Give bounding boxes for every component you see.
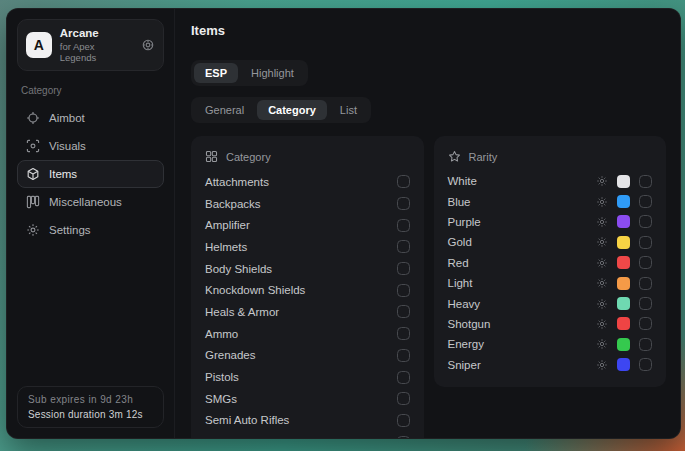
app-logo: A (26, 32, 52, 58)
rarity-row: Sniper (448, 355, 653, 375)
sidebar-section-label: Category (21, 85, 160, 96)
checkbox[interactable] (397, 219, 410, 232)
checkbox[interactable] (397, 262, 410, 275)
category-row: Ammo (205, 323, 410, 345)
gear-icon[interactable] (596, 257, 608, 269)
rarity-row: Red (448, 253, 653, 273)
checkbox[interactable] (639, 297, 652, 310)
sidebar-item-miscellaneous[interactable]: Miscellaneous (17, 188, 164, 216)
checkbox[interactable] (397, 371, 410, 384)
color-swatch[interactable] (617, 175, 630, 188)
category-row-label: Attachments (205, 176, 269, 188)
tab-list[interactable]: List (329, 100, 368, 120)
sidebar-item-items[interactable]: Items (17, 160, 164, 188)
tab-esp[interactable]: ESP (194, 63, 238, 83)
gear-icon[interactable] (596, 277, 608, 289)
columns-icon (26, 195, 40, 209)
cube-icon (26, 167, 40, 181)
color-swatch[interactable] (617, 358, 630, 371)
category-row-label: Semi Auto Rifles (205, 414, 289, 426)
checkbox[interactable] (639, 215, 652, 228)
checkbox[interactable] (639, 236, 652, 249)
checkbox[interactable] (397, 175, 410, 188)
category-row-label: Heals & Armor (205, 306, 279, 318)
gear-icon[interactable] (596, 196, 608, 208)
rarity-row-label: White (448, 175, 588, 187)
checkbox[interactable] (639, 358, 652, 371)
rarity-row: White (448, 171, 653, 191)
category-row-label: Helmets (205, 241, 247, 253)
rarity-panel-header: Rarity (448, 144, 653, 171)
gear-icon[interactable] (596, 298, 608, 310)
sidebar-item-visuals[interactable]: Visuals (17, 132, 164, 160)
sidebar: A Arcane for Apex Legends Category Aimbo… (7, 9, 175, 438)
category-row-label: SMGs (205, 393, 237, 405)
tab-general[interactable]: General (194, 100, 255, 120)
brand-text: Arcane for Apex Legends (60, 27, 133, 63)
color-swatch[interactable] (617, 317, 630, 330)
subscription-card: Sub expires in 9d 23h Session duration 3… (17, 386, 164, 428)
app-name: Arcane (60, 27, 133, 39)
checkbox[interactable] (639, 338, 652, 351)
checkbox[interactable] (397, 305, 410, 318)
rarity-row-label: Sniper (448, 359, 588, 371)
category-row: Knockdown Shields (205, 279, 410, 301)
app-window: A Arcane for Apex Legends Category Aimbo… (6, 8, 681, 439)
color-swatch[interactable] (617, 338, 630, 351)
color-swatch[interactable] (617, 297, 630, 310)
checkbox[interactable] (397, 284, 410, 297)
category-row: Body Shields (205, 258, 410, 280)
category-row-label: Pistols (205, 371, 239, 383)
rarity-row-label: Light (448, 277, 588, 289)
gear-icon (26, 223, 40, 237)
checkbox[interactable] (639, 256, 652, 269)
rarity-row-label: Red (448, 257, 588, 269)
checkbox[interactable] (397, 414, 410, 427)
rarity-row: Heavy (448, 293, 653, 313)
category-row: Grenades (205, 345, 410, 367)
gear-icon[interactable] (596, 318, 608, 330)
color-swatch[interactable] (617, 277, 630, 290)
gear-icon[interactable] (596, 359, 608, 371)
sidebar-item-settings[interactable]: Settings (17, 216, 164, 244)
checkbox[interactable] (639, 175, 652, 188)
sidebar-item-label: Settings (49, 224, 91, 236)
gear-icon[interactable] (596, 216, 608, 228)
category-row: SMGs (205, 388, 410, 410)
checkbox[interactable] (639, 277, 652, 290)
checkbox[interactable] (397, 197, 410, 210)
page-title: Items (191, 21, 666, 49)
grid-icon (205, 150, 218, 163)
gear-icon[interactable] (596, 338, 608, 350)
category-panel: Category Attachments Backpacks Amplifier… (191, 136, 424, 439)
color-swatch[interactable] (617, 236, 630, 249)
gear-icon[interactable] (596, 175, 608, 187)
color-swatch[interactable] (617, 195, 630, 208)
checkbox[interactable] (397, 240, 410, 253)
rarity-row: Energy (448, 334, 653, 354)
rarity-row-label: Shotgun (448, 318, 588, 330)
gear-icon[interactable] (596, 236, 608, 248)
sidebar-nav: Aimbot Visuals Items Miscellaneous Setti… (17, 104, 164, 244)
rarity-row-label: Blue (448, 196, 588, 208)
sub-expires-text: Sub expires in 9d 23h (28, 394, 153, 405)
color-swatch[interactable] (617, 256, 630, 269)
target-icon[interactable] (141, 38, 155, 52)
checkbox[interactable] (639, 317, 652, 330)
session-duration-text: Session duration 3m 12s (28, 409, 153, 420)
main-content: Items ESPHighlight GeneralCategoryList C… (175, 9, 680, 438)
checkbox[interactable] (397, 436, 410, 439)
checkbox[interactable] (639, 195, 652, 208)
sidebar-item-label: Visuals (49, 140, 86, 152)
category-row: Semi Auto Rifles (205, 410, 410, 432)
tab-category[interactable]: Category (257, 100, 327, 120)
rarity-row-label: Heavy (448, 298, 588, 310)
panels: Category Attachments Backpacks Amplifier… (191, 136, 666, 439)
color-swatch[interactable] (617, 215, 630, 228)
tab-highlight[interactable]: Highlight (240, 63, 305, 83)
checkbox[interactable] (397, 392, 410, 405)
checkbox[interactable] (397, 327, 410, 340)
checkbox[interactable] (397, 349, 410, 362)
rarity-row: Light (448, 273, 653, 293)
sidebar-item-aimbot[interactable]: Aimbot (17, 104, 164, 132)
